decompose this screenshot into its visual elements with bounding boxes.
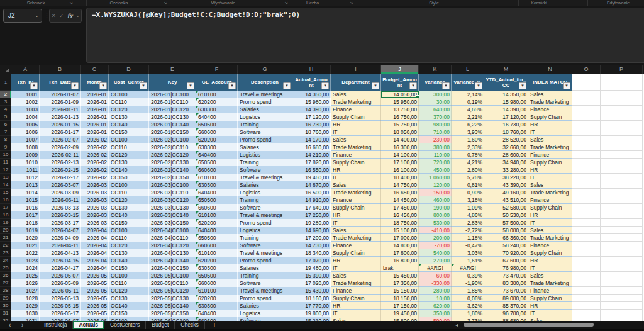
cell-K7[interactable]: 710,00 [419,128,452,136]
cell-J4[interactable]: 13 750,00 [381,106,419,113]
cell-M30[interactable]: 85 370,00 [484,302,528,310]
cell-P4[interactable] [601,106,643,113]
sheet-tab-costcenters[interactable]: CostCenters [104,321,146,329]
cell-O2[interactable] [572,91,601,98]
column-header-gl-account[interactable]: GL_Account▼ [196,74,238,91]
enter-icon[interactable]: ✓ [59,13,64,19]
column-letter-M[interactable]: M [484,65,528,74]
dialog-launcher-icon[interactable]: ⇲ [69,1,72,5]
row-number-29[interactable]: 29 [0,295,11,302]
cell-A11[interactable]: 1010 [11,159,40,166]
filter-icon[interactable]: ▼ [519,82,526,89]
cell-E22[interactable]: 2026-04|CC120 [149,242,196,249]
filter-icon[interactable]: ▼ [283,82,291,89]
cell-M27[interactable]: 83 380,00 [484,279,528,287]
cell-M8[interactable]: 28 520,00 [484,136,528,143]
cell-J15[interactable]: 16 650,00 [381,189,419,196]
cell-J25[interactable]: brak [381,264,419,272]
cell-G22[interactable]: Software [238,242,292,249]
scroll-left-icon[interactable]: ◂ [455,321,458,329]
cell-O24[interactable] [572,257,601,264]
cell-B3[interactable]: 2026-01-09 [40,98,80,106]
cell-E10[interactable]: 2026-02|CC120 [149,151,196,159]
cell-H10[interactable]: 14 210,00 [292,151,331,159]
cell-M6[interactable]: 16 730,00 [484,121,528,128]
cell-B31[interactable]: 2026-05-17 [40,310,80,317]
cell-I6[interactable]: HR [331,121,381,128]
cell-L8[interactable]: -1,60% [452,136,484,143]
column-header-variance[interactable]: Variance▼ [419,74,452,91]
cell-L25[interactable]: #ARG! [452,264,484,272]
cell-L15[interactable]: -0,90% [452,189,484,196]
cell-N10[interactable]: Finance [528,151,572,159]
cell-F25[interactable]: 630300 [196,264,238,272]
cell-P10[interactable] [601,151,643,159]
cell-C29[interactable]: 2026-05 [80,295,109,302]
filter-icon[interactable]: ▼ [71,82,79,89]
cell-O13[interactable] [572,174,601,181]
cell-F12[interactable]: 660600 [196,166,238,174]
cell-A17[interactable]: 1016 [11,204,40,211]
cell-O4[interactable] [572,106,601,113]
cell-E11[interactable]: 2026-02|CC130 [149,159,196,166]
cell-J26[interactable]: 15 450,00 [381,272,419,279]
cell-F26[interactable]: 650500 [196,272,238,279]
cell-C7[interactable]: 2026-01 [80,128,109,136]
cell-I12[interactable]: HR [331,166,381,174]
filter-icon[interactable]: ▼ [30,82,38,89]
filter-icon[interactable]: ▼ [475,82,482,89]
cell-K11[interactable]: 720,00 [419,159,452,166]
cell-B21[interactable]: 2026-04-09 [40,234,80,242]
cell-O6[interactable] [572,121,601,128]
cell-G13[interactable]: Travel & meetings [238,174,292,181]
cell-A26[interactable]: 1025 [11,272,40,279]
cell-N9[interactable]: Trade Marketing [528,143,572,151]
cell-L7[interactable]: 3,93% [452,128,484,136]
column-header-description[interactable]: Description▼ [238,74,292,91]
row-number-9[interactable]: 9 [0,143,11,151]
cell-N4[interactable]: Finance [528,106,572,113]
cell-D24[interactable]: CC140 [109,257,149,264]
cell-E29[interactable]: 2026-05|CC130 [149,295,196,302]
row-number-21[interactable]: 21 [0,234,11,242]
cell-F5[interactable]: 640400 [196,113,238,121]
cell-J16[interactable]: 14 450,00 [381,196,419,204]
cell-G6[interactable]: Training [238,121,292,128]
cell-M16[interactable]: 43 510,00 [484,196,528,204]
cell-I2[interactable]: Sales [331,91,381,98]
cell-O22[interactable] [572,242,601,249]
cell-F9[interactable]: 630300 [196,143,238,151]
cell-I18[interactable]: HR [331,211,381,219]
cell-G31[interactable]: Logistics [238,310,292,317]
cell-E15[interactable]: 2026-03|CC110 [149,189,196,196]
column-header-budget-amount[interactable]: Budget_Amount▼ [381,74,419,91]
cell-F16[interactable]: 650500 [196,196,238,204]
cell-P2[interactable] [601,91,643,98]
cell-F15[interactable]: 640400 [196,189,238,196]
cell-A8[interactable]: 1007 [11,136,40,143]
cell-D23[interactable]: CC130 [109,249,149,257]
cell-P28[interactable] [601,287,643,295]
cell-J17[interactable]: 17 450,00 [381,204,419,211]
cell-A10[interactable]: 1009 [11,151,40,159]
cell-F13[interactable]: 610100 [196,174,238,181]
cell-B18[interactable]: 2026-03-15 [40,211,80,219]
row-number-23[interactable]: 23 [0,249,11,257]
cell-E7[interactable]: 2026-01|CC150 [149,128,196,136]
cell-B8[interactable]: 2026-02-07 [40,136,80,143]
cell-N14[interactable]: Sales [528,181,572,189]
cell-C11[interactable]: 2026-02 [80,159,109,166]
cell-N31[interactable]: IT [528,310,572,317]
cell-N18[interactable]: HR [528,211,572,219]
cell-M14[interactable]: 43 390,00 [484,181,528,189]
cell-M15[interactable]: 49 160,00 [484,189,528,196]
cell-O28[interactable] [572,287,601,295]
cell-A16[interactable]: 1015 [11,196,40,204]
cell-N15[interactable]: Trade Marketing [528,189,572,196]
cell-B6[interactable]: 2026-01-15 [40,121,80,128]
cell-P7[interactable] [601,128,643,136]
row-number-18[interactable]: 18 [0,211,11,219]
cell-L6[interactable]: 6,22% [452,121,484,128]
cell-P18[interactable] [601,211,643,219]
cell-A19[interactable]: 1018 [11,219,40,227]
